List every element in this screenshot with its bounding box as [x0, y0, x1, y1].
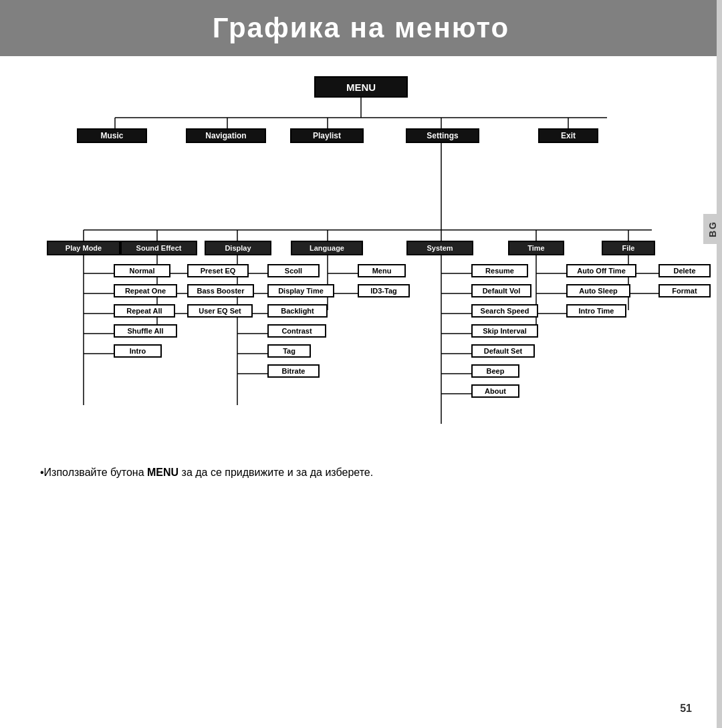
- display-contrast: Contrast: [267, 324, 326, 338]
- footer-text2: за да се придвижите и за да изберете.: [178, 467, 373, 478]
- menu-system: System: [406, 241, 473, 255]
- display-tag: Tag: [267, 344, 311, 358]
- file-delete: Delete: [658, 264, 711, 277]
- time-auto-sleep: Auto Sleep: [566, 284, 630, 297]
- page-number: 51: [680, 703, 692, 715]
- display-backlight: Backlight: [267, 304, 328, 318]
- system-resume: Resume: [471, 264, 528, 277]
- system-default-vol: Default Vol: [471, 284, 531, 297]
- time-intro-time: Intro Time: [566, 304, 626, 318]
- menu-display: Display: [205, 241, 271, 255]
- menu-navigation: Navigation: [186, 128, 266, 143]
- display-display-time: Display Time: [267, 284, 334, 297]
- sound-preset-eq: Preset EQ: [187, 264, 249, 277]
- language-id3-tag: ID3-Tag: [358, 284, 410, 297]
- system-search-speed: Search Speed: [471, 304, 538, 318]
- play-mode-shuffle-all: Shuffle All: [114, 324, 177, 338]
- play-mode-repeat-one: Repeat One: [114, 284, 177, 297]
- footer-bold: MENU: [147, 467, 178, 478]
- time-auto-off: Auto Off Time: [566, 264, 636, 277]
- play-mode-normal: Normal: [114, 264, 170, 277]
- menu-playlist: Playlist: [290, 128, 364, 143]
- display-scoll: Scoll: [267, 264, 320, 277]
- sound-user-eq-set: User EQ Set: [187, 304, 253, 318]
- menu-sound-effect: Sound Effect: [120, 241, 197, 255]
- menu-exit: Exit: [538, 128, 598, 143]
- tree-lines: [40, 70, 682, 444]
- system-skip-interval: Skip Interval: [471, 324, 538, 338]
- menu-music: Music: [77, 128, 147, 143]
- display-bitrate: Bitrate: [267, 364, 320, 378]
- page-number-bar: [717, 0, 722, 728]
- footer-text: •Използвайте бутона MENU за да се придви…: [27, 464, 695, 481]
- menu-settings: Settings: [406, 128, 479, 143]
- menu-language: Language: [291, 241, 363, 255]
- page-title: Графика на менюто: [213, 12, 510, 44]
- menu-root: MENU: [314, 76, 408, 98]
- play-mode-repeat-all: Repeat All: [114, 304, 175, 318]
- play-mode-intro: Intro: [114, 344, 162, 358]
- system-beep: Beep: [471, 364, 519, 378]
- menu-file: File: [602, 241, 655, 255]
- footer-text1: Използвайте бутона: [44, 467, 147, 478]
- system-default-set: Default Set: [471, 344, 535, 358]
- menu-play-mode: Play Mode: [47, 241, 120, 255]
- page-header: Графика на менюто: [0, 0, 722, 56]
- file-format: Format: [658, 284, 711, 297]
- system-about: About: [471, 384, 519, 398]
- menu-tree: MENU Music Navigation Playlist Settings …: [40, 70, 682, 444]
- side-label: BG: [703, 214, 722, 244]
- language-menu: Menu: [358, 264, 406, 277]
- sound-bass-booster: Bass Booster: [187, 284, 254, 297]
- main-content: MENU Music Navigation Playlist Settings …: [0, 56, 722, 495]
- menu-time: Time: [508, 241, 564, 255]
